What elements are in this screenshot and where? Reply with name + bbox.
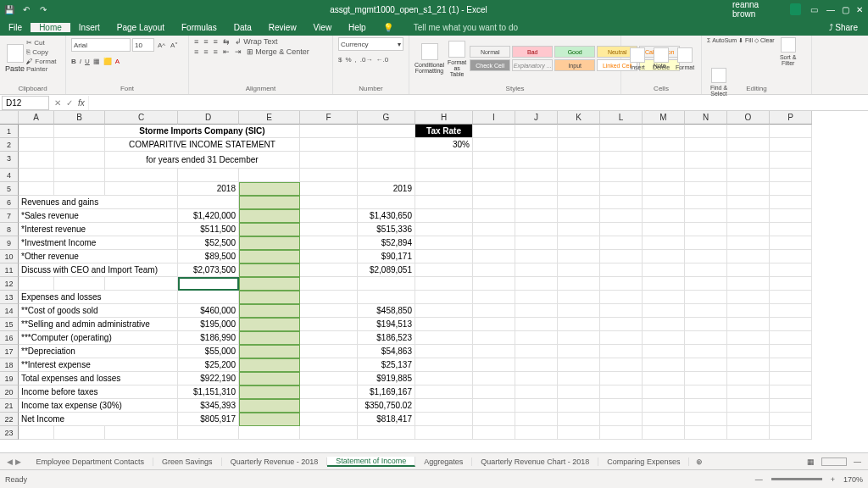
cell[interactable] bbox=[19, 169, 54, 182]
cell[interactable] bbox=[515, 426, 558, 440]
cell[interactable] bbox=[770, 331, 812, 345]
cell[interactable] bbox=[473, 358, 515, 372]
cell[interactable] bbox=[600, 263, 643, 277]
cell[interactable] bbox=[515, 169, 558, 182]
cell[interactable] bbox=[19, 152, 54, 169]
cell[interactable]: $511,500 bbox=[178, 223, 239, 236]
cell[interactable] bbox=[473, 426, 515, 440]
cell[interactable] bbox=[600, 345, 643, 358]
cell[interactable] bbox=[685, 291, 727, 304]
cell[interactable] bbox=[558, 372, 600, 385]
align-left-button[interactable]: ≡ bbox=[194, 47, 198, 56]
cell[interactable] bbox=[19, 125, 54, 138]
cell[interactable] bbox=[727, 138, 770, 152]
cell[interactable]: Net Income bbox=[19, 413, 178, 426]
cell[interactable] bbox=[239, 209, 300, 223]
menu-data[interactable]: Data bbox=[225, 23, 260, 32]
cell[interactable]: $52,500 bbox=[178, 236, 239, 250]
insert-cells-button[interactable]: Insert bbox=[626, 37, 648, 80]
font-selector[interactable]: Arial bbox=[71, 38, 131, 52]
cell[interactable] bbox=[300, 209, 358, 223]
view-buttons[interactable] bbox=[821, 458, 847, 466]
cell[interactable] bbox=[727, 426, 770, 440]
cell[interactable] bbox=[600, 331, 643, 345]
row-header[interactable]: 21 bbox=[0, 399, 19, 413]
cell[interactable]: 30% bbox=[415, 138, 473, 152]
row-header[interactable]: 14 bbox=[0, 304, 19, 318]
cell[interactable] bbox=[643, 291, 685, 304]
cell[interactable]: $25,200 bbox=[178, 358, 239, 372]
cell[interactable] bbox=[727, 318, 770, 331]
cell[interactable]: $350,750.02 bbox=[358, 399, 415, 413]
zoom-slider[interactable] bbox=[771, 478, 822, 480]
cell[interactable] bbox=[515, 182, 558, 196]
cell[interactable] bbox=[105, 277, 178, 291]
cell[interactable] bbox=[770, 152, 812, 169]
cell[interactable] bbox=[415, 331, 473, 345]
cell[interactable]: $1,169,167 bbox=[358, 385, 415, 399]
cell[interactable] bbox=[239, 318, 300, 331]
cell[interactable] bbox=[300, 196, 358, 209]
number-format-selector[interactable]: Currency▾ bbox=[338, 37, 403, 51]
cell[interactable] bbox=[685, 413, 727, 426]
align-top-button[interactable]: ≡ bbox=[194, 37, 198, 46]
cell[interactable]: $195,000 bbox=[178, 318, 239, 331]
cell[interactable]: *Other revenue bbox=[19, 250, 178, 263]
col-header[interactable]: K bbox=[558, 111, 600, 125]
cell[interactable]: $345,393 bbox=[178, 399, 239, 413]
cell[interactable] bbox=[358, 196, 415, 209]
avatar[interactable] bbox=[790, 3, 802, 15]
cell[interactable] bbox=[643, 318, 685, 331]
tell-me-input[interactable]: Tell me what you want to do bbox=[405, 23, 526, 32]
cell[interactable] bbox=[300, 182, 358, 196]
cell[interactable] bbox=[600, 169, 643, 182]
row-header[interactable]: 5 bbox=[0, 182, 19, 196]
col-header[interactable]: O bbox=[727, 111, 770, 125]
row-header[interactable]: 4 bbox=[0, 169, 19, 182]
cell[interactable] bbox=[415, 372, 473, 385]
cell[interactable] bbox=[600, 304, 643, 318]
ribbon-options-icon[interactable]: ▭ bbox=[808, 3, 820, 15]
sort-filter-button[interactable]: Sort & Filter bbox=[776, 37, 800, 66]
cell[interactable] bbox=[54, 138, 105, 152]
cell[interactable] bbox=[558, 291, 600, 304]
cell[interactable] bbox=[643, 399, 685, 413]
cell[interactable] bbox=[727, 196, 770, 209]
cell[interactable] bbox=[770, 426, 812, 440]
cell[interactable] bbox=[727, 291, 770, 304]
cell[interactable] bbox=[358, 291, 415, 304]
cell[interactable] bbox=[643, 223, 685, 236]
cell[interactable] bbox=[770, 304, 812, 318]
cell[interactable] bbox=[515, 318, 558, 331]
cell[interactable] bbox=[643, 152, 685, 169]
cell[interactable] bbox=[415, 399, 473, 413]
cell[interactable] bbox=[415, 209, 473, 223]
cell[interactable] bbox=[473, 345, 515, 358]
cell[interactable] bbox=[473, 372, 515, 385]
menu-formulas[interactable]: Formulas bbox=[173, 23, 225, 32]
cell[interactable] bbox=[770, 196, 812, 209]
row-header[interactable]: 1 bbox=[0, 125, 19, 138]
cell[interactable] bbox=[300, 304, 358, 318]
cell[interactable] bbox=[770, 250, 812, 263]
copy-button[interactable]: ⎘ Copy bbox=[26, 48, 60, 56]
cell[interactable] bbox=[558, 236, 600, 250]
cell[interactable] bbox=[515, 250, 558, 263]
cell[interactable] bbox=[770, 413, 812, 426]
cell[interactable]: Income tax expense (30%) bbox=[19, 399, 178, 413]
col-header[interactable]: D bbox=[178, 111, 239, 125]
col-header[interactable]: L bbox=[600, 111, 643, 125]
cell[interactable] bbox=[415, 304, 473, 318]
cell[interactable] bbox=[770, 358, 812, 372]
col-header[interactable]: E bbox=[239, 111, 300, 125]
cell[interactable] bbox=[239, 223, 300, 236]
zoom-level[interactable]: 170% bbox=[843, 475, 863, 484]
cell[interactable] bbox=[643, 372, 685, 385]
cell[interactable] bbox=[473, 304, 515, 318]
cell[interactable] bbox=[300, 223, 358, 236]
cell[interactable]: Total expenses and losses bbox=[19, 372, 178, 385]
cell[interactable] bbox=[473, 169, 515, 182]
cut-button[interactable]: ✂ Cut bbox=[26, 39, 60, 47]
cell[interactable] bbox=[727, 223, 770, 236]
row-header[interactable]: 12 bbox=[0, 277, 19, 291]
